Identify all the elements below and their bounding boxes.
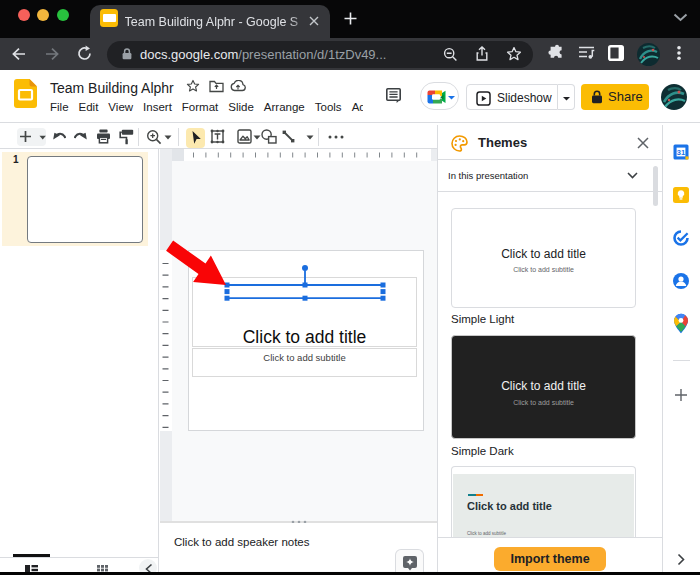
svg-text:31: 31 [677, 148, 685, 157]
